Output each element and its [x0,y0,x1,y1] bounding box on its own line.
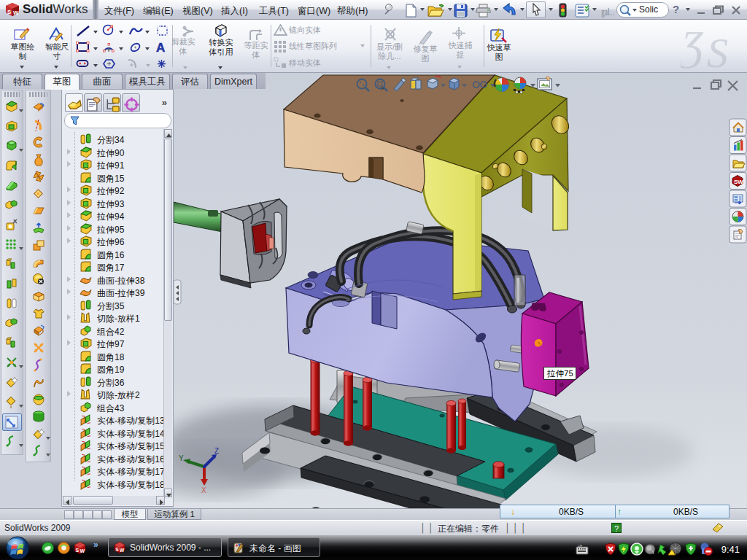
svg-text:X: X [201,486,206,494]
svg-text:S: S [115,547,119,552]
svg-text:SW: SW [734,179,743,185]
svg-text:W: W [120,548,125,553]
svg-text:W: W [13,9,19,16]
svg-text:S: S [7,9,12,15]
svg-text:CH: CH [578,545,582,548]
svg-text:A: A [156,41,165,54]
svg-text:Ʒ: Ʒ [681,22,704,69]
svg-text:W: W [80,548,85,553]
svg-text:Z: Z [214,447,219,455]
svg-text:S: S [707,29,728,71]
svg-text:S: S [76,548,80,553]
svg-text:拉伸75: 拉伸75 [546,369,573,378]
svg-text:Y: Y [179,454,184,462]
